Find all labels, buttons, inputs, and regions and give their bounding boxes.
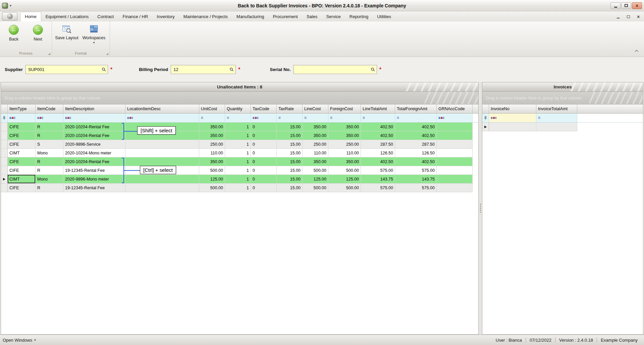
cell[interactable]: 15.00 [277, 175, 303, 184]
cell[interactable]: CIFE [8, 184, 36, 192]
cell[interactable]: CIFE [8, 131, 36, 140]
filter-cell-itemdescription[interactable]: ac [63, 114, 125, 123]
filter-cell-foreigncost[interactable]: = [328, 114, 361, 123]
cell[interactable] [489, 123, 536, 131]
cell[interactable]: 500.00 [199, 184, 225, 192]
cell[interactable]: 1 [225, 149, 251, 157]
column-header-unitcost[interactable]: UnitCost [199, 105, 225, 114]
tab-procurement[interactable]: Procurement [268, 12, 302, 21]
cell[interactable]: S [36, 140, 63, 149]
filter-cell-itemtype[interactable]: ac [8, 114, 36, 123]
cell[interactable] [437, 149, 473, 157]
cell[interactable]: 0 [251, 184, 277, 192]
cell[interactable]: Mono [36, 175, 63, 184]
cell[interactable]: 402.50 [395, 157, 437, 166]
cell[interactable]: 125.00 [303, 175, 328, 184]
column-header-totalforeignamt[interactable]: TotalForeignAmt [395, 105, 437, 114]
cell[interactable]: 110.00 [328, 149, 361, 157]
cell[interactable] [125, 149, 199, 157]
table-row[interactable] [482, 123, 643, 131]
column-header-taxrate[interactable]: TaxRate [277, 105, 303, 114]
filter-row-indicator[interactable] [1, 114, 8, 123]
open-windows-button[interactable]: Open Windows ▾ [3, 338, 36, 343]
cell[interactable]: 110.00 [303, 149, 328, 157]
cell[interactable]: 0 [251, 149, 277, 157]
quick-access-caret-icon[interactable]: ▾ [10, 4, 11, 7]
mdi-restore-button[interactable] [624, 13, 633, 20]
cell[interactable]: 126.50 [361, 149, 395, 157]
cell[interactable]: 2020-10204-Rental Fee [63, 157, 125, 166]
cell[interactable] [437, 123, 473, 131]
cell[interactable]: CIMT [8, 149, 36, 157]
cell[interactable]: CIFE [8, 140, 36, 149]
cell[interactable]: 287.50 [361, 140, 395, 149]
cell[interactable]: 250.00 [199, 140, 225, 149]
cell[interactable]: Mono [36, 149, 63, 157]
back-button[interactable]: ← Back [2, 22, 25, 51]
cell[interactable]: 1 [225, 123, 251, 131]
cell[interactable]: 350.00 [199, 131, 225, 140]
filter-cell-grnacccode[interactable]: ac [437, 114, 473, 123]
table-row[interactable]: CIFER19-12345-Rental Fee500.001015.00500… [1, 166, 478, 175]
cell[interactable]: 500.00 [328, 184, 361, 192]
cell[interactable]: 575.00 [361, 184, 395, 192]
cell[interactable]: 15.00 [277, 131, 303, 140]
close-button[interactable]: × [632, 2, 642, 9]
cell[interactable]: 0 [251, 131, 277, 140]
ribbon-collapse-icon[interactable] [634, 48, 639, 54]
cell[interactable]: R [36, 131, 63, 140]
filter-cell-itemcode[interactable]: ac [36, 114, 63, 123]
cell[interactable]: 143.75 [395, 175, 437, 184]
column-header-foreigncost[interactable]: ForeignCost [328, 105, 361, 114]
cell[interactable]: 15.00 [277, 184, 303, 192]
cell[interactable]: R [36, 184, 63, 192]
filter-cell-linetotalamt[interactable]: = [361, 114, 395, 123]
cell[interactable]: 350.00 [199, 157, 225, 166]
cell[interactable] [437, 166, 473, 175]
column-header-grnacccode[interactable]: GRNAccCode [437, 105, 473, 114]
filter-cell-linecost[interactable]: = [303, 114, 328, 123]
cell[interactable]: 500.00 [303, 166, 328, 175]
cell[interactable]: 350.00 [328, 131, 361, 140]
filter-cell-invoicetotalamt[interactable]: = [536, 114, 577, 123]
tab-reporting[interactable]: Reporting [345, 12, 373, 21]
column-header-itemdescription[interactable]: ItemDescription [63, 105, 125, 114]
cell[interactable]: 2020-10204-Mono meter [63, 149, 125, 157]
column-header-invoicetotalamt[interactable]: InvoiceTotalAmt [536, 105, 577, 114]
cell[interactable]: 0 [251, 157, 277, 166]
filter-cell-quantity[interactable]: = [225, 114, 251, 123]
cell[interactable] [125, 175, 199, 184]
column-header-linetotalamt[interactable]: LineTotalAmt [361, 105, 395, 114]
billing-period-input[interactable] [171, 65, 235, 74]
unallocated-group-by-area[interactable]: Drag a column header here to group by th… [1, 92, 478, 105]
tab-utilities[interactable]: Utilities [373, 12, 395, 21]
cell[interactable]: 125.00 [328, 175, 361, 184]
filter-cell-unitcost[interactable]: = [199, 114, 225, 123]
cell[interactable]: 350.00 [328, 123, 361, 131]
workspaces-button[interactable]: Workspaces ▾ [80, 22, 108, 51]
cell[interactable]: 143.75 [361, 175, 395, 184]
cell[interactable]: 1 [225, 131, 251, 140]
table-row[interactable]: CIFER2020-10204-Rental Fee350.001015.003… [1, 123, 478, 131]
cell[interactable] [536, 123, 577, 131]
column-header-quantity[interactable]: Quantity [225, 105, 251, 114]
table-row[interactable]: CIMTMono2020-10204-Mono meter110.001015.… [1, 149, 478, 157]
cell[interactable]: 15.00 [277, 123, 303, 131]
serial-no-search-icon[interactable] [371, 68, 374, 71]
column-header-locationitemdesc[interactable]: LocationItemDesc [125, 105, 199, 114]
filter-cell-taxcode[interactable]: ac [251, 114, 277, 123]
cell[interactable]: 287.50 [395, 140, 437, 149]
filter-row-indicator[interactable] [482, 114, 489, 123]
mdi-minimize-button[interactable] [614, 13, 623, 20]
cell[interactable]: 1 [225, 184, 251, 192]
table-row[interactable]: CIFER2020-10204-Rental Fee350.001015.003… [1, 131, 478, 140]
cell[interactable]: 125.00 [199, 175, 225, 184]
format-dialog-launcher-icon[interactable]: ◢ [106, 53, 108, 55]
panel-splitter[interactable] [479, 82, 482, 335]
cell[interactable]: CIFE [8, 157, 36, 166]
cell[interactable]: R [36, 157, 63, 166]
tab-contract[interactable]: Contract [93, 12, 118, 21]
billing-period-search-icon[interactable] [230, 68, 233, 71]
cell[interactable]: 0 [251, 175, 277, 184]
cell[interactable]: 250.00 [328, 140, 361, 149]
